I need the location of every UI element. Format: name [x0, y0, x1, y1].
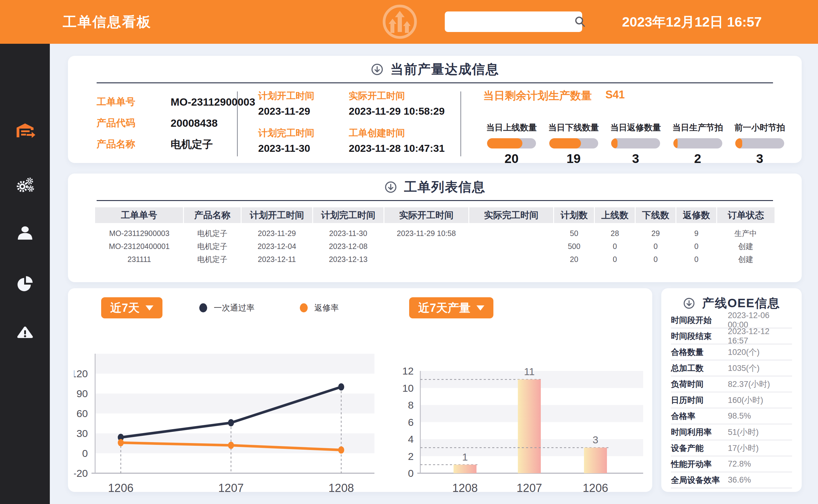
table-header-cell: 下线数 — [635, 207, 676, 223]
oee-value: 1020(个) — [728, 347, 759, 358]
legend-item[interactable]: 返修率 — [300, 302, 339, 313]
time-label: 计划完工时间 — [258, 127, 349, 139]
remaining-plan-row: 当日剩余计划生产数量 S41 — [483, 88, 788, 103]
order-table: 工单单号产品名称计划开工时间计划完工时间实际开工时间实际完工时间计划数上线数下线… — [95, 207, 775, 266]
metric-label: 当日返修数量 — [607, 122, 664, 133]
field-value: MO-23112900003 — [171, 96, 255, 108]
metric-progress-fill — [673, 138, 678, 148]
bar[interactable] — [454, 465, 477, 473]
metric-progress-track — [611, 138, 660, 148]
bar[interactable] — [584, 448, 607, 473]
time-value: 2023-11-30 — [258, 142, 349, 154]
data-point[interactable] — [228, 419, 234, 426]
metric-value: 20 — [483, 152, 540, 166]
x-tick-label: 1208 — [452, 482, 478, 494]
metric-value: 19 — [545, 152, 602, 166]
sidebar-item-settings[interactable] — [14, 174, 36, 196]
table-cell: 20 — [554, 253, 595, 266]
oee-value: 51(小时) — [728, 427, 759, 438]
time-field: 实际开工时间2023-11-29 10:58:29 — [349, 90, 476, 117]
table-cell: 创建 — [717, 240, 775, 253]
field-value: 电机定子 — [171, 137, 213, 152]
sidebar-item-alerts[interactable] — [14, 322, 36, 343]
metric-progress-track — [673, 138, 722, 148]
remaining-plan-value: S41 — [606, 88, 625, 103]
sidebar-item-users[interactable] — [14, 223, 36, 244]
table-row[interactable]: 231111电机定子2023-12-112023-12-1320000创建 — [95, 253, 775, 266]
table-cell: 2023-11-30 — [312, 223, 384, 240]
charts-card: 近7天 一次通过率返修率 -200306090120120612071208 近… — [68, 288, 652, 492]
work-order-fields: 工单单号MO-23112900003产品代码20008438产品名称电机定子 — [97, 91, 255, 155]
oee-row: 设备产能17(小时) — [671, 440, 792, 456]
table-cell: 电机定子 — [184, 253, 241, 266]
table-header-cell: 工单单号 — [95, 207, 184, 223]
sidebar-item-work-order[interactable] — [14, 122, 36, 143]
bar-period-dropdown[interactable]: 近7天产量 — [409, 297, 494, 318]
table-row[interactable]: MO-23120400001电机定子2023-12-042023-12-0850… — [95, 240, 775, 253]
table-cell: 0 — [635, 240, 676, 253]
table-cell: 创建 — [717, 253, 775, 266]
data-point[interactable] — [118, 439, 124, 446]
search-icon[interactable] — [574, 15, 587, 28]
pass-rate-line-chart: -200306090120120612071208 — [74, 326, 377, 496]
time-label: 工单创建时间 — [349, 127, 476, 139]
work-order-icon — [14, 122, 36, 143]
divider — [97, 200, 773, 201]
y-tick-label: -20 — [74, 467, 88, 479]
y-tick-label: 10 — [402, 382, 414, 394]
data-point[interactable] — [228, 442, 234, 449]
sidebar-item-reports[interactable] — [14, 273, 36, 294]
table-cell: 50 — [554, 223, 595, 240]
metric-progress-fill — [735, 138, 742, 148]
x-tick-label: 1207 — [218, 482, 244, 494]
table-cell: 0 — [676, 240, 717, 253]
time-field: 工单创建时间2023-11-28 10:47:31 — [349, 127, 476, 154]
table-row[interactable]: MO-23112900003电机定子2023-11-292023-11-3020… — [95, 223, 775, 240]
oee-row: 总加工数1035(个) — [671, 360, 792, 376]
legend-dot — [199, 303, 207, 312]
x-tick-label: 1206 — [583, 482, 609, 494]
table-header-cell: 实际开工时间 — [384, 207, 469, 223]
divider — [97, 82, 773, 83]
oee-label: 总加工数 — [671, 363, 728, 374]
bar[interactable] — [518, 379, 541, 473]
table-header-row: 工单单号产品名称计划开工时间计划完工时间实际开工时间实际完工时间计划数上线数下线… — [95, 207, 775, 223]
oee-row: 全局设备效率36.6% — [671, 472, 792, 488]
time-field: 计划开工时间2023-11-29 — [258, 90, 349, 117]
table-cell: 9 — [676, 223, 717, 240]
y-tick-label: 6 — [408, 416, 414, 428]
oee-value: 72.8% — [728, 459, 751, 469]
table-cell — [469, 253, 554, 266]
time-value: 2023-11-29 — [258, 105, 349, 117]
oee-value: 1035(个) — [728, 363, 759, 374]
work-order-field: 产品代码20008438 — [97, 113, 255, 134]
table-cell: 电机定子 — [184, 240, 241, 253]
table-cell: 2023-11-29 10:58 — [384, 223, 469, 240]
oee-rows: 时间段开始2023-12-06 00:00时间段结束2023-12-12 16:… — [671, 312, 792, 488]
legend-label: 返修率 — [314, 302, 339, 313]
data-point[interactable] — [338, 383, 344, 391]
oee-label: 合格率 — [671, 411, 728, 422]
table-cell: 生产中 — [717, 223, 775, 240]
y-tick-label: 4 — [408, 433, 414, 445]
legend-item[interactable]: 一次通过率 — [199, 302, 254, 313]
chevron-down-icon — [477, 305, 484, 311]
search-input[interactable] — [445, 13, 574, 31]
data-point[interactable] — [338, 446, 344, 454]
work-order-field: 工单单号MO-23112900003 — [97, 91, 255, 113]
oee-label: 全局设备效率 — [671, 475, 728, 486]
trend-arrows-logo-icon — [381, 3, 419, 41]
circle-down-arrow-icon — [384, 180, 397, 194]
table-cell: 231111 — [95, 253, 184, 266]
table-cell: MO-23112900003 — [95, 223, 184, 240]
production-card-title: 当前产量达成信息 — [390, 61, 499, 78]
oee-row: 合格数量1020(个) — [671, 344, 792, 360]
table-header-cell: 产品名称 — [184, 207, 241, 223]
oee-row: 合格率98.5% — [671, 408, 792, 424]
metric-value: 3 — [607, 152, 664, 166]
bar-value-label: 3 — [593, 434, 599, 445]
line-period-dropdown[interactable]: 近7天 — [101, 297, 162, 318]
bar-period-dropdown-label: 近7天产量 — [418, 300, 471, 316]
metric-progress-fill — [487, 138, 523, 148]
metric-progress-track — [487, 138, 536, 148]
